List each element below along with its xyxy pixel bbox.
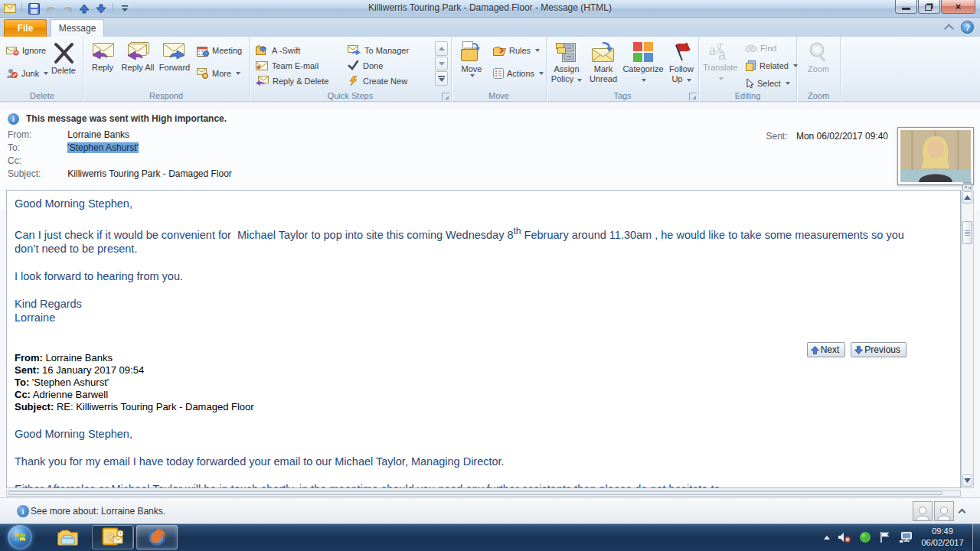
people-pane-avatar[interactable] [913,501,933,521]
vertical-scrollbar[interactable] [961,190,974,488]
find-button[interactable]: Find [743,41,778,56]
taskbar-clock[interactable]: 09:49 06/02/2017 [916,526,969,549]
ignore-button[interactable]: Ignore [5,43,47,58]
taskbar-outlook-button[interactable]: O [92,525,133,549]
quickstep-create-new[interactable]: Create New [348,73,407,88]
delete-button[interactable]: Delete [46,39,81,76]
rules-label: Rules [509,46,531,55]
select-button[interactable]: Select [743,76,792,91]
header-from-row: From: Lorraine Banks [8,129,129,140]
more-label: More [212,69,231,78]
body-paragraph-2: I look forward to hearing from you. [15,269,918,283]
horizontal-scroll-thumb[interactable] [8,491,942,495]
translate-button[interactable]: aa Translate [702,39,739,82]
quick-steps-scroll-down[interactable] [435,57,448,71]
move-button[interactable]: Move [455,39,488,77]
quick-steps-dialog-launcher[interactable] [442,93,449,100]
title-bar: Killiwerris Touring Park - Damaged Floor… [0,0,980,18]
restore-icon [925,5,932,11]
scroll-down-button[interactable] [962,474,972,487]
network-icon[interactable] [899,531,914,543]
tab-message[interactable]: Message [51,19,104,37]
junk-button[interactable]: Junk [5,66,50,81]
group-label-delete: Delete [2,91,83,100]
actions-button[interactable]: Actions [492,66,545,81]
next-arrow-icon [811,346,819,354]
taskbar-firefox-button[interactable] [136,525,178,549]
action-center-flag-icon[interactable] [879,531,891,543]
follow-up-button[interactable]: FollowUp [665,39,698,83]
status-green-icon[interactable] [859,531,871,543]
reply-delete-icon [256,76,269,86]
reply-label: Reply [92,63,113,73]
tray-expand-icon[interactable] [824,536,830,540]
sender-contact-photo[interactable] [897,127,974,185]
meeting-button[interactable]: Meeting [195,43,243,58]
quickstep-team-email[interactable]: Team E-mail [256,58,318,73]
volume-muted-icon[interactable] [838,531,851,543]
previous-button[interactable]: Previous [851,342,906,357]
quick-steps-scroll-up[interactable] [435,41,448,56]
more-gallery-icon [438,76,445,82]
mark-unread-icon [590,41,616,63]
more-respond-icon [197,68,209,79]
splitter-icon[interactable] [962,180,972,188]
quoted-cc: Cc: Adrienne Barwell [15,389,918,401]
meeting-icon [197,45,209,57]
quickstep-reply-delete[interactable]: Reply & Delete [256,73,328,88]
message-body[interactable]: Good Morning Stephen, Can I just check i… [6,190,961,488]
quickstep-a-swift[interactable]: A -Swift [256,43,300,57]
collapse-ribbon-icon[interactable] [944,24,955,31]
people-pane-avatar[interactable] [934,501,954,521]
tab-file[interactable]: File [4,19,47,37]
group-label-respond: Respond [83,91,249,100]
assign-policy-button[interactable]: AssignPolicy [548,39,585,83]
mark-unread-button[interactable]: MarkUnread [585,39,622,83]
quoted-headers: From: Lorraine Banks Sent: 16 January 20… [15,352,918,413]
create-new-icon [348,76,359,86]
people-pane-expand-icon[interactable] [959,508,966,514]
related-button[interactable]: Related [743,58,799,73]
actions-icon [493,68,504,79]
windows-explorer-icon [57,528,80,546]
close-button[interactable]: × [941,0,975,14]
restore-button[interactable] [918,0,940,14]
quickstep-to-manager[interactable]: To Manager [348,43,409,57]
horizontal-scrollbar[interactable] [6,490,961,497]
start-button[interactable] [8,525,32,549]
quickstep-done[interactable]: Done [348,58,383,73]
translate-dropdown-arrow [719,77,724,80]
tags-dialog-launcher[interactable] [689,93,697,100]
meeting-label: Meeting [212,46,242,55]
rules-button[interactable]: Rules [492,43,541,58]
reply-all-button[interactable]: Reply All [120,39,155,73]
system-tray [824,523,914,551]
show-desktop-button[interactable] [972,523,980,551]
from-value[interactable]: Lorraine Banks [67,129,129,140]
categorize-dropdown-arrow [642,79,646,82]
ribbon-group-editing: aa Translate Find Related Select Editing [699,37,797,102]
minimize-button[interactable] [895,0,917,14]
message-pane: i This message was sent with High import… [0,103,980,523]
zoom-label: Zoom [808,64,829,74]
junk-icon [6,68,18,79]
quick-steps-more-button[interactable] [435,71,448,86]
to-value[interactable]: 'Stephen Ashurst' [67,142,139,153]
vertical-scroll-thumb[interactable] [962,221,972,244]
reply-button[interactable]: Reply [85,39,120,73]
assign-policy-dropdown-arrow [577,79,582,82]
taskbar-explorer-button[interactable] [47,525,89,549]
more-button[interactable]: More [195,66,242,81]
categorize-button[interactable]: Categorize [622,39,665,83]
quoted-paragraph-1: Good Morning Stephen, [15,427,918,441]
from-label: From: [8,129,65,140]
next-button[interactable]: Next [807,342,846,357]
zoom-button[interactable]: Zoom [801,39,836,74]
scroll-up-button[interactable] [962,191,972,204]
help-button[interactable]: ? [961,21,974,34]
ignore-icon [6,46,19,56]
previous-label: Previous [864,344,900,355]
group-label-quick-steps: Quick Steps [250,91,451,100]
forward-button[interactable]: Forward [155,39,194,73]
ribbon-group-respond: Reply Reply All Forward Meeting More Res… [83,37,250,102]
